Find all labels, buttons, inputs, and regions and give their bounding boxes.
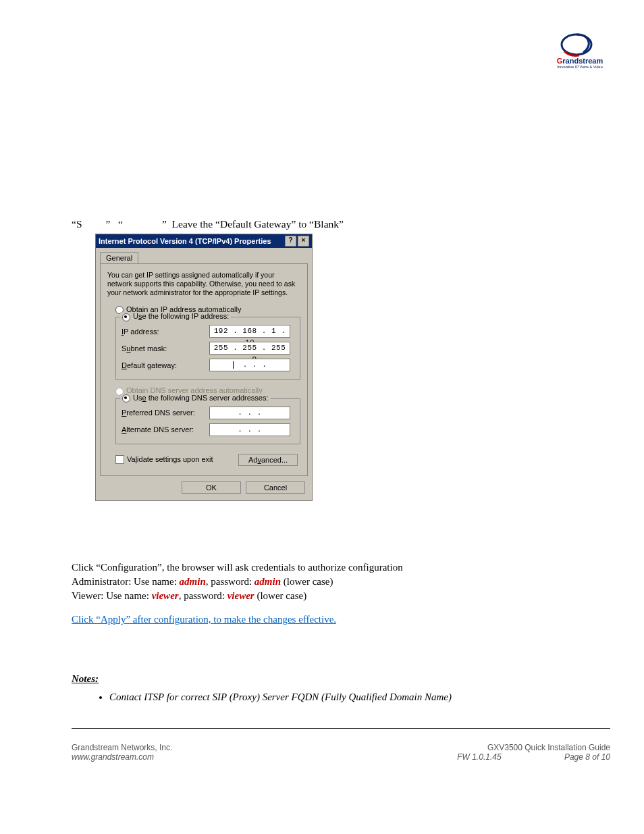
admin-password: admin <box>254 576 281 587</box>
default-gateway-label: Default gateway: <box>122 361 209 369</box>
ip-address-input[interactable]: 192 . 168 . 1 . 10 <box>209 325 290 338</box>
default-gateway-input[interactable]: . . . <box>209 359 290 371</box>
subnet-mask-input[interactable]: 255 . 255 . 255 . 0 <box>209 342 290 355</box>
config-instruction: Click “Configuration”, the browser will … <box>72 561 571 575</box>
dns-group: Use the following DNS server addresses: … <box>115 398 300 444</box>
alternate-dns-label: Alternate DNS server: <box>122 425 209 434</box>
ok-button[interactable]: OK <box>182 481 241 494</box>
footer-company: Grandstream Networks, Inc. <box>72 743 457 752</box>
validate-label: Validate settings upon exit <box>127 455 213 463</box>
ipv4-properties-dialog: Internet Protocol Version 4 (TCP/IPv4) P… <box>95 234 313 501</box>
radio-use-dns[interactable]: Use the following DNS server addresses: <box>120 394 271 402</box>
instruction-line-1: “S ” “ ” Leave the “Default Gateway” to … <box>72 217 578 232</box>
footer-doc-title: GXV3500 Quick Installation Guide <box>457 743 610 752</box>
alternate-dns-input[interactable]: . . . <box>209 423 290 436</box>
subnet-mask-label: Subnet mask: <box>122 344 209 353</box>
note-bullet-1: Contact ITSP for correct SIP (Proxy) Ser… <box>109 690 571 704</box>
logo-mark-icon <box>556 32 603 58</box>
footer-url: www.grandstream.com <box>72 752 457 762</box>
cancel-button[interactable]: Cancel <box>246 481 305 494</box>
page-footer: Grandstream Networks, Inc. www.grandstre… <box>72 743 610 762</box>
dialog-title: Internet Protocol Version 4 (TCP/IPv4) P… <box>99 237 284 245</box>
dialog-titlebar: Internet Protocol Version 4 (TCP/IPv4) P… <box>96 234 312 248</box>
footer-divider <box>72 728 610 729</box>
viewer-password: viewer <box>227 590 254 601</box>
preferred-dns-label: Preferred DNS server: <box>122 409 209 417</box>
footer-fw-version: FW 1.0.1.45 <box>457 752 501 762</box>
close-button[interactable]: × <box>298 236 309 246</box>
dialog-buttons: OK Cancel <box>96 476 312 500</box>
tab-general[interactable]: General <box>100 252 138 263</box>
logo-wordmark: Grandstream <box>549 57 610 65</box>
admin-username: admin <box>180 576 206 587</box>
help-button[interactable]: ? <box>285 236 296 246</box>
apply-instruction-link[interactable]: Click “Apply” after configuration, to ma… <box>72 613 571 627</box>
info-text: You can get IP settings assigned automat… <box>107 271 300 297</box>
validate-checkbox[interactable] <box>115 455 124 464</box>
footer-page-number: Page 8 of 10 <box>564 752 610 762</box>
radio-selected-icon <box>122 313 130 321</box>
radio-use-ip[interactable]: Use the following IP address: <box>120 312 231 321</box>
notes-heading: Notes: <box>72 672 571 686</box>
credentials-paragraph: Click “Configuration”, the browser will … <box>72 561 571 627</box>
ip-address-label: IP address: <box>122 328 209 336</box>
logo-tagline: Innovative IP Voice & Video <box>549 65 610 69</box>
preferred-dns-input[interactable]: . . . <box>209 407 290 419</box>
tab-panel: You can get IP settings assigned automat… <box>100 263 308 476</box>
viewer-username: viewer <box>152 590 179 601</box>
radio-selected-icon <box>122 394 130 402</box>
ip-group: Use the following IP address: IP address… <box>115 317 300 380</box>
brand-logo: Grandstream Innovative IP Voice & Video <box>549 32 610 69</box>
advanced-button[interactable]: Advanced... <box>238 454 298 466</box>
notes-block: Notes: Contact ITSP for correct SIP (Pro… <box>72 672 571 704</box>
